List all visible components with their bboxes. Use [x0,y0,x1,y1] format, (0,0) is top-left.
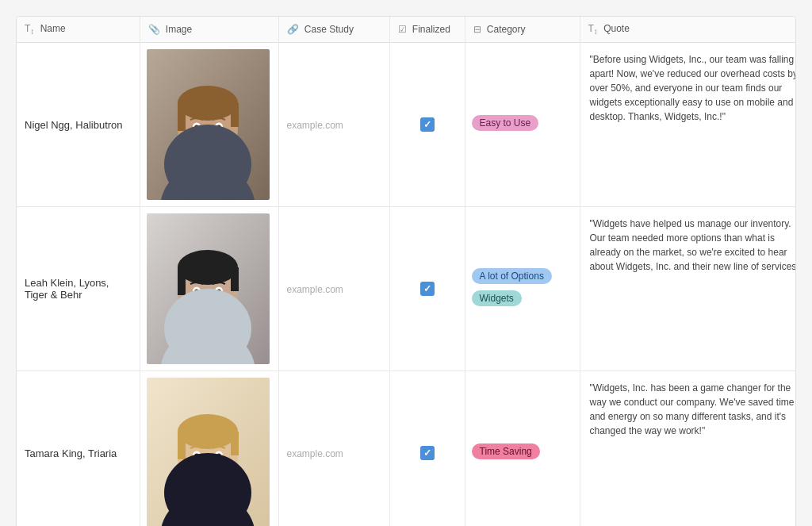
svg-point-4 [178,86,238,121]
quote-cell: "Before using Widgets, Inc., our team wa… [580,43,796,207]
link-icon: 🔗 [287,24,299,35]
quote-cell: "Widgets, Inc. has been a game changer f… [580,371,796,526]
category-badge: A lot of Options [472,268,552,284]
quote-text: "Widgets, Inc. has been a game changer f… [590,381,797,438]
person-name: Tamara King, Triaria [25,447,117,459]
svg-rect-18 [231,267,239,291]
casestudy-cell[interactable]: example.com [278,371,389,526]
col-finalized-label: Finalized [412,24,450,35]
casestudy-link[interactable]: example.com [287,448,343,459]
col-header-quote[interactable]: T↕ Quote [580,17,796,43]
category-cell: Time Saving [465,371,580,526]
image-cell [140,371,278,526]
col-image-label: Image [166,24,192,35]
category-badge: Easy to Use [472,115,539,131]
col-header-category[interactable]: ⊟ Category [465,17,580,43]
paperclip-icon: 📎 [148,24,160,35]
image-cell [140,207,278,371]
finalized-cell[interactable] [389,207,465,371]
col-quote-label: Quote [603,23,630,34]
col-header-casestudy[interactable]: 🔗 Case Study [278,17,389,43]
category-badge: Widgets [472,290,522,306]
finalized-checkbox[interactable] [420,446,435,460]
quote-text: "Widgets have helped us manage our inven… [590,217,797,274]
svg-rect-6 [231,103,239,127]
table-body: Nigel Ngg, Halibutron example.c [17,43,796,526]
svg-point-28 [178,414,238,449]
table-row: Nigel Ngg, Halibutron example.c [17,43,796,207]
person-image-wrap [147,213,270,364]
quote-text: "Before using Widgets, Inc., our team wa… [590,52,797,124]
person-name: Leah Klein, Lyons, Tiger & Behr [25,277,109,301]
col-header-name[interactable]: T↕ Name [17,17,140,43]
image-cell [140,43,278,207]
casestudy-cell[interactable]: example.com [278,43,389,207]
main-table-wrapper: T↕ Name 📎 Image 🔗 Case Study ☑ Finalized… [16,16,796,526]
name-cell: Tamara King, Triaria [17,371,140,526]
table-row: Tamara King, Triaria example.co [17,371,796,526]
table-row: Leah Klein, Lyons, Tiger & Behr [17,207,796,371]
name-cell: Nigel Ngg, Halibutron [17,43,140,207]
db-icon: ⊟ [473,24,481,35]
person-image-wrap [147,378,270,526]
col-header-image[interactable]: 📎 Image [140,17,278,43]
svg-rect-17 [178,267,186,295]
finalized-checkbox[interactable] [420,117,435,132]
text2-icon: T↕ [588,23,598,36]
col-header-finalized[interactable]: ☑ Finalized [389,17,465,43]
category-badge: Time Saving [472,443,540,459]
svg-rect-29 [178,432,186,459]
svg-rect-5 [178,103,186,131]
svg-rect-30 [231,432,239,455]
finalized-checkbox[interactable] [420,282,435,296]
casestudy-link[interactable]: example.com [287,120,343,131]
finalized-cell[interactable] [389,43,465,207]
col-category-label: Category [487,24,526,35]
col-name-label: Name [40,23,66,34]
casestudy-link[interactable]: example.com [287,284,343,295]
table-header-row: T↕ Name 📎 Image 🔗 Case Study ☑ Finalized… [17,17,796,43]
col-casestudy-label: Case Study [304,24,354,35]
finalized-cell[interactable] [389,371,465,526]
data-table: T↕ Name 📎 Image 🔗 Case Study ☑ Finalized… [17,17,796,526]
name-cell: Leah Klein, Lyons, Tiger & Behr [17,207,140,371]
checkbox-icon: ☑ [398,24,407,35]
person-image-wrap [147,49,270,200]
category-cell: Easy to Use [465,43,580,207]
quote-cell: "Widgets have helped us manage our inven… [580,207,796,371]
casestudy-cell[interactable]: example.com [278,207,389,371]
person-name: Nigel Ngg, Halibutron [25,119,123,131]
category-cell: A lot of OptionsWidgets [465,207,580,371]
svg-point-16 [178,250,238,285]
text-icon: T↕ [25,23,34,36]
